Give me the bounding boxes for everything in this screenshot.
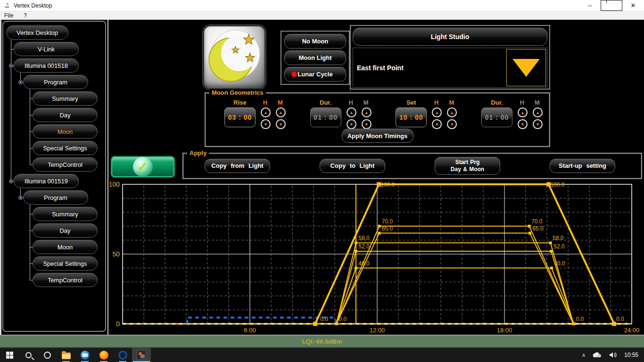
sidebar-item-summary[interactable]: Summary (33, 207, 98, 221)
moon-mode-no-moon[interactable]: No Moon (284, 34, 346, 49)
sidebar-item-tempcontrol[interactable]: TempControl (33, 157, 98, 172)
selected-light-label: East first Point (353, 64, 404, 72)
sidebar-item-summary[interactable]: Summary (33, 91, 98, 106)
spin-up-button[interactable]: ▲ (261, 107, 271, 117)
svg-text:65.0: 65.0 (532, 225, 544, 232)
timing-value-column: Dur.01 : 00 (310, 99, 341, 129)
spinner-column-h: H▲▼ (346, 99, 356, 129)
firefox-button[interactable] (94, 348, 113, 362)
windows-taskbar: ∧ 10:55 (0, 348, 644, 362)
spin-up-button[interactable]: ▲ (432, 107, 442, 117)
light-studio-header[interactable]: Light Studio (353, 28, 547, 46)
svg-text:100: 100 (109, 181, 120, 188)
spinner-column-m: M▲▼ (446, 99, 457, 129)
spinner-m: ▲▼ (276, 107, 286, 129)
sidebar-item-special-settings[interactable]: Special Settings (33, 141, 98, 155)
onedrive-cloud-icon[interactable] (592, 352, 603, 358)
sidebar-item-label: Summary (52, 95, 78, 102)
tree-expand-handle[interactable] (18, 196, 23, 200)
minimize-button[interactable]: – (579, 0, 601, 11)
clock[interactable]: 10:55 (624, 352, 638, 358)
svg-text:0.0: 0.0 (616, 316, 624, 322)
sidebar-item-vertex-desktop[interactable]: Vertex Desktop (6, 25, 68, 40)
moon-mode-moon-light[interactable]: Moon Light (284, 50, 346, 65)
svg-text:70.0: 70.0 (531, 218, 543, 225)
sidebar-item-program[interactable]: Program (23, 190, 88, 205)
spin-up-button[interactable]: ▲ (447, 107, 457, 117)
dropdown-arrow-icon (512, 59, 540, 77)
spinner-column-m: M▲▼ (361, 99, 372, 129)
moon-section-icon (203, 25, 266, 90)
start-button[interactable] (0, 348, 19, 362)
file-explorer-button[interactable] (57, 348, 75, 362)
taskbar-search-button[interactable] (19, 348, 38, 362)
sidebar-item-special-settings[interactable]: Special Settings (33, 256, 98, 271)
sidebar-item-v-link[interactable]: V-Link (14, 42, 79, 56)
svg-text:58.0: 58.0 (553, 235, 564, 241)
checkmark-icon: ✓ (133, 157, 153, 177)
svg-text:100.0: 100.0 (381, 181, 395, 188)
sidebar-item-day[interactable]: Day (33, 223, 98, 238)
tree-expand-handle[interactable] (9, 64, 13, 68)
spinner-column-h: H▲▼ (431, 99, 442, 129)
spin-down-button[interactable]: ▼ (533, 119, 543, 129)
firefox-icon (99, 351, 108, 360)
cortana-button[interactable] (38, 348, 57, 362)
spin-down-button[interactable]: ▼ (447, 119, 457, 129)
copy-from-light-button[interactable]: Copy from Light (205, 159, 270, 173)
copy-to-light-button[interactable]: Copy to Light (320, 159, 385, 173)
spin-up-button[interactable]: ▲ (533, 107, 543, 117)
svg-text:24:00: 24:00 (624, 327, 640, 334)
main-panel: No MoonMoon LightLunar Cycle Light Studi… (109, 20, 644, 335)
spin-up-button[interactable]: ▲ (276, 107, 286, 117)
close-button[interactable]: ✕ (622, 0, 644, 11)
menu-bar: File ? (0, 11, 644, 20)
sidebar-item-illumina-001518[interactable]: Illumina 001518 (14, 58, 79, 73)
spin-down-button[interactable]: ▼ (518, 119, 528, 129)
sidebar-item-program[interactable]: Program (23, 75, 88, 89)
tray-expand-icon[interactable]: ∧ (582, 352, 586, 358)
vertex-desktop-taskbar-button[interactable] (132, 348, 151, 362)
sidebar-item-tempcontrol[interactable]: TempControl (33, 273, 98, 287)
sidebar-item-day[interactable]: Day (33, 108, 98, 122)
spin-down-button[interactable]: ▼ (261, 119, 271, 129)
time-value-field[interactable]: 03 : 00 (224, 107, 256, 127)
time-value-field[interactable]: 10 : 00 (396, 107, 427, 127)
m-label: M (278, 99, 283, 107)
confirm-apply-button[interactable]: ✓ (110, 156, 175, 178)
spin-up-button[interactable]: ▲ (362, 107, 372, 117)
light-dropdown-button[interactable] (506, 49, 546, 86)
restore-button[interactable] (601, 0, 622, 11)
spin-up-button[interactable]: ▲ (518, 107, 528, 117)
search-icon (25, 352, 32, 358)
app-body: Vertex DesktopV-LinkIllumina 001518Progr… (0, 20, 644, 335)
timing-label: Set (406, 99, 416, 107)
moon-mode-lunar-cycle[interactable]: Lunar Cycle (284, 67, 346, 82)
timing-group-dur: Dur.01 : 00H▲▼M▲▼ (310, 99, 372, 129)
device-tree: Vertex DesktopV-LinkIllumina 001518Progr… (3, 22, 105, 331)
start-up-setting-button[interactable]: Start-up setting (550, 159, 615, 173)
timing-value-column: Rise03 : 00 (224, 99, 256, 129)
tree-expand-handle[interactable] (18, 80, 23, 84)
tree-expand-handle[interactable] (9, 179, 13, 183)
spin-down-button[interactable]: ▼ (432, 119, 442, 129)
menu-file[interactable]: File (4, 12, 13, 19)
mail-app-button[interactable] (75, 348, 94, 362)
spin-up-button[interactable]: ▲ (347, 107, 356, 117)
moon-mode-label: Moon Light (298, 54, 331, 61)
sidebar-item-label: Moon (58, 244, 73, 251)
sidebar-item-moon[interactable]: Moon (33, 240, 98, 254)
spin-down-button[interactable]: ▼ (347, 119, 356, 129)
start-prg-day-moon-button[interactable]: Start PrgDay & Moon (435, 157, 500, 175)
status-bar: LQI:-66.5dBm (0, 335, 644, 348)
blue-app-button[interactable] (113, 348, 132, 362)
spin-down-button[interactable]: ▼ (362, 119, 372, 129)
svg-text:65.0: 65.0 (382, 225, 393, 232)
apply-moon-timings-button[interactable]: Apply Moon Timings (342, 129, 413, 143)
svg-text:12:00: 12:00 (370, 327, 385, 334)
spin-down-button[interactable]: ▼ (276, 119, 286, 129)
sidebar-item-illumina-001519[interactable]: Illumina 001519 (14, 174, 79, 188)
sidebar-item-moon[interactable]: Moon (33, 124, 98, 139)
volume-icon[interactable] (609, 352, 618, 358)
menu-help[interactable]: ? (24, 12, 27, 19)
